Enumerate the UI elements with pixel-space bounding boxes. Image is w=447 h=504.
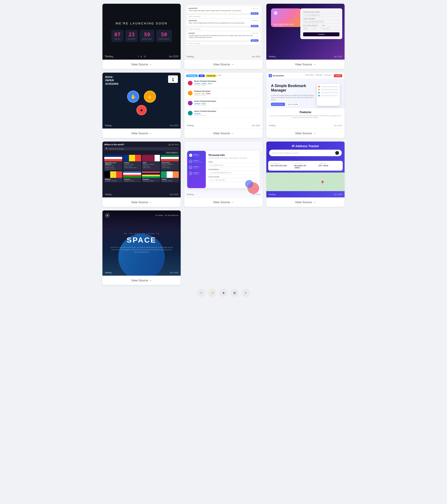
flags-header: Where in the world? 🌙 Light Mode [104,144,179,146]
space-nav: ➤ BY HOME BY DESTINATION [105,213,178,218]
flags-search[interactable]: 🔍 Search for a country... [104,147,179,150]
card-footer-comments: View Source → [184,60,263,69]
card-form: 1 STEP 1 YOUR INFO 2 STEP 2 SELECT PLAN [184,142,263,207]
replay-btn-2[interactable]: REPLAY [251,25,258,27]
lightning-icon[interactable]: ⚡ [208,289,216,297]
project-grid: WE'RE LAUNCHING SOON 07 DAYS 23 HOURS 59… [102,4,345,285]
facebook-icon: f [138,55,139,58]
bookmark-logo-icon: B [269,74,272,77]
github-icon[interactable]: ⑂ [197,289,205,297]
layers-icon[interactable]: ⊞ [231,289,239,297]
launch-testing-label: Testing... [105,55,115,58]
rps-hand-red: ● [136,105,147,115]
get-firefox-btn[interactable]: Get it on Firefox [286,103,300,106]
form-testing-label: Testing... [187,193,195,196]
countdown-seconds: 50 SECONDS [156,30,172,42]
preview-comments[interactable]: janedoe101 2 days ago That's really inte… [184,4,263,60]
preview-space[interactable]: ➤ BY HOME BY DESTINATION SO, YOU WANT TO… [102,210,181,276]
minutes-value: 59 [142,32,152,37]
ip-address-value: XXX.XXX.XXX.XXX [270,164,290,167]
ip-search-arrow[interactable]: › [335,151,339,155]
card-footer-rps: View Source → [102,128,181,138]
replay-btn-3[interactable]: REPLAY [251,39,258,42]
view-source-flags-btn[interactable]: View Source → [131,200,152,204]
comment-1: janedoe101 2 days ago That's really inte… [187,6,260,13]
card-space: ➤ BY HOME BY DESTINATION SO, YOU WANT TO… [102,210,181,285]
preview-form[interactable]: 1 STEP 1 YOUR INFO 2 STEP 2 SELECT PLAN [184,142,263,198]
preview-launch-soon[interactable]: WE'RE LAUNCHING SOON 07 DAYS 23 HOURS 59… [102,4,181,60]
ip-map: 📍 [266,173,345,191]
job-avatar-3 [188,101,193,106]
days-value: 07 [114,32,121,37]
form-date-label: Jan 2020 [252,193,260,196]
preview-jobs[interactable]: Photoshop CSS JavaScript Clear Senior Fr… [184,73,263,128]
card-footer-flags: View Source → [102,198,181,207]
rps-title: ROCKPAPERSCISSORS [105,75,119,85]
preview-bookmark[interactable]: B BOOKMARK FEATURES PRICING CONTACT LOGI… [266,73,345,128]
filter-clear[interactable]: Clear [217,74,221,77]
preview-ip-tracker[interactable]: IP Address Tracker Search for any IP add… [266,142,345,198]
ip-title: IP Address Tracker [269,144,342,148]
step-1: 1 STEP 1 YOUR INFO [189,154,204,157]
hours-value: 23 [127,32,136,37]
filter-photoshop: Photoshop [186,74,198,77]
comments-testing-label: Testing... [187,55,195,58]
job-avatar-4 [188,111,193,115]
view-source-launch-btn[interactable]: View Source → [131,63,152,66]
star-icon[interactable]: ★ [219,289,228,297]
flag-comoros: Comoros Population: 832322 [123,171,141,182]
get-chrome-btn[interactable]: Get it on Chrome [271,103,285,106]
flag-andorra: Andorra Population: 76246 Region: Europe… [123,155,141,170]
filter-region-btn[interactable]: Filter by Region ▾ [165,151,179,154]
space-logo-icon: ➤ [105,213,110,218]
bookmark-login-btn[interactable]: LOGIN [334,74,342,77]
card-footer-bookmark: View Source → [266,128,345,138]
confirm-btn[interactable]: Confirm [303,32,340,36]
svg-line-5 [266,175,290,186]
rps-hand-blue: ✋ [127,90,139,103]
flags-grid: Saint Pierre and Miquelon Population: 60… [104,155,179,182]
ip-search-text: Search for any IP address or domain [272,152,299,154]
seconds-value: 50 [159,32,169,37]
form-content-desc: Please provide your name, email address,… [209,157,257,159]
replay-btn-1[interactable]: REPLAY [251,12,258,15]
preview-credit-card[interactable]: 0000 0000 0000 0000 JANE APPLESEED CARDH… [266,4,345,60]
social-icons: f p in [138,55,145,58]
card-comments: janedoe101 2 days ago That's really inte… [184,4,263,69]
ip-testing-label: Testing... [269,193,277,196]
bookmark-device [317,84,340,106]
view-source-ip-btn[interactable]: View Source → [295,200,316,204]
card-bookmark: B BOOKMARK FEATURES PRICING CONTACT LOGI… [266,73,345,138]
job-item-1: Senior Frontend Developer Frontend Docke… [186,78,261,88]
view-source-rps-btn[interactable]: View Source → [131,131,152,135]
add-comment-3[interactable]: Add a comment... [187,41,260,45]
countdown-hours: 23 HOURS [125,30,138,42]
step-3: 3 STEP 3 ADD-ONS [189,166,204,169]
checkmark-icon[interactable]: ✓ [242,289,250,297]
launch-footer: Testing... f p in Jan 2020 [105,55,178,58]
jobs-date-label: Jan 2020 [252,124,260,127]
add-comment-1[interactable]: Add a comment... [187,15,260,18]
preview-rps[interactable]: ROCKPAPERSCISSORS SCORE 1 ✋ ✋ ● Testing.… [102,73,181,128]
view-source-jobs-btn[interactable]: View Source → [213,131,234,135]
comment-user-2: marksmith [189,20,197,21]
view-source-cc-btn[interactable]: View Source → [295,63,316,66]
credit-card-visual: 0000 0000 0000 0000 JANE APPLESEED [271,8,301,27]
view-source-space-btn[interactable]: View Source → [131,279,152,282]
view-source-form-btn[interactable]: View Source → [213,200,234,204]
job-avatar-2 [188,91,193,95]
ip-search-bar[interactable]: Search for any IP address or domain › [269,150,342,156]
flags-date-label: Jan 2020 [170,193,178,196]
view-source-comments-btn[interactable]: View Source → [213,63,234,66]
rps-hand-yellow: ✋ [144,90,156,103]
card-credit-card: 0000 0000 0000 0000 JANE APPLESEED CARDH… [266,4,345,69]
space-testing-label: Testing... [105,271,113,274]
seconds-label: SECONDS [159,38,169,40]
add-comment-2[interactable]: Add a comment... [187,27,260,31]
ip-result-card: IP ADDRESS XXX.XXX.XXX.XXX LOCATION Broo… [268,161,343,171]
cc-testing-label: Testing... [269,55,277,58]
deco-circle-blue [245,180,253,188]
preview-flags[interactable]: Where in the world? 🌙 Light Mode 🔍 Searc… [102,142,181,198]
view-source-bookmark-btn[interactable]: View Source → [295,131,316,135]
hours-label: HOURS [127,38,136,40]
